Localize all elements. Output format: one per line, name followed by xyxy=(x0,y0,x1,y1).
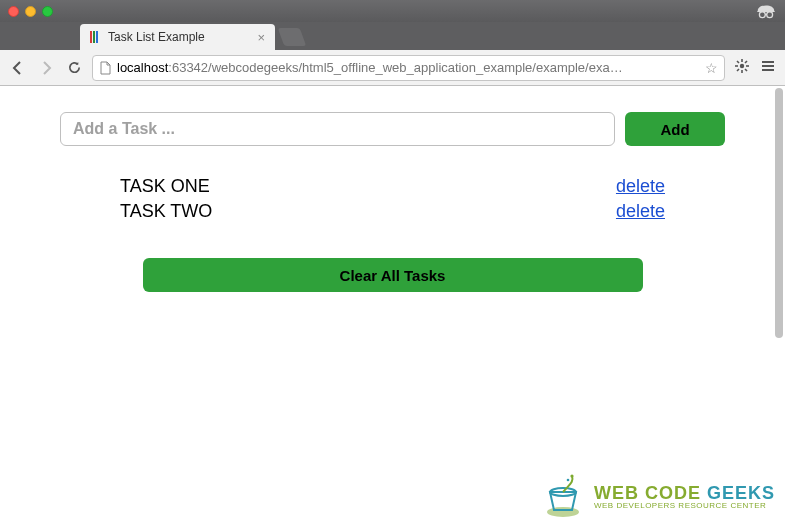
svg-rect-15 xyxy=(762,65,774,67)
page-icon xyxy=(99,61,111,75)
delete-link[interactable]: delete xyxy=(616,201,665,222)
maximize-window-button[interactable] xyxy=(42,6,53,17)
watermark-text: WEB CODE GEEKS WEB DEVELOPERS RESOURCE C… xyxy=(594,484,775,510)
svg-line-10 xyxy=(737,61,739,63)
svg-rect-3 xyxy=(93,31,95,43)
window-controls xyxy=(8,6,53,17)
svg-line-11 xyxy=(745,69,747,71)
url-host: localhost xyxy=(117,60,168,75)
svg-point-0 xyxy=(759,12,765,18)
watermark-tagline: WEB DEVELOPERS RESOURCE CENTER xyxy=(594,502,775,510)
bookmark-star-icon[interactable]: ☆ xyxy=(705,60,718,76)
app-content: Add TASK ONE delete TASK TWO delete Clea… xyxy=(0,86,785,292)
task-name: TASK TWO xyxy=(120,201,212,222)
add-task-row: Add xyxy=(60,112,725,146)
tab-strip: Task List Example × xyxy=(0,22,785,50)
add-button[interactable]: Add xyxy=(625,112,725,146)
task-input[interactable] xyxy=(60,112,615,146)
browser-toolbar: localhost:63342/webcodegeeks/html5_offli… xyxy=(0,50,785,86)
task-row: TASK ONE delete xyxy=(120,174,665,199)
clear-all-button[interactable]: Clear All Tasks xyxy=(143,258,643,292)
clear-row: Clear All Tasks xyxy=(60,258,725,292)
watermark-icon xyxy=(540,474,586,520)
task-name: TASK ONE xyxy=(120,176,210,197)
svg-line-12 xyxy=(737,69,739,71)
delete-link[interactable]: delete xyxy=(616,176,665,197)
svg-rect-14 xyxy=(762,61,774,63)
forward-button[interactable] xyxy=(36,58,56,78)
browser-tab[interactable]: Task List Example × xyxy=(80,24,275,50)
svg-rect-4 xyxy=(96,31,98,43)
watermark-brand-a: WEB CODE xyxy=(594,483,707,503)
settings-gear-icon[interactable] xyxy=(733,58,751,78)
task-list: TASK ONE delete TASK TWO delete xyxy=(120,174,665,224)
new-tab-button[interactable] xyxy=(278,28,307,46)
close-window-button[interactable] xyxy=(8,6,19,17)
reload-button[interactable] xyxy=(64,58,84,78)
page-viewport: Add TASK ONE delete TASK TWO delete Clea… xyxy=(0,86,785,526)
address-bar[interactable]: localhost:63342/webcodegeeks/html5_offli… xyxy=(92,55,725,81)
watermark-logo: WEB CODE GEEKS WEB DEVELOPERS RESOURCE C… xyxy=(540,474,775,520)
scrollbar-thumb[interactable] xyxy=(775,88,783,338)
svg-rect-16 xyxy=(762,69,774,71)
tab-favicon xyxy=(88,30,102,44)
menu-icon[interactable] xyxy=(759,59,777,77)
task-row: TASK TWO delete xyxy=(120,199,665,224)
url-text: localhost:63342/webcodegeeks/html5_offli… xyxy=(117,60,699,75)
svg-point-17 xyxy=(547,507,579,517)
tab-title: Task List Example xyxy=(108,30,205,44)
svg-rect-2 xyxy=(90,31,92,43)
minimize-window-button[interactable] xyxy=(25,6,36,17)
svg-point-5 xyxy=(740,63,744,67)
svg-line-13 xyxy=(745,61,747,63)
svg-point-1 xyxy=(767,12,773,18)
incognito-icon xyxy=(755,3,777,19)
back-button[interactable] xyxy=(8,58,28,78)
window-titlebar xyxy=(0,0,785,22)
close-tab-button[interactable]: × xyxy=(255,30,267,45)
svg-point-19 xyxy=(570,474,573,477)
watermark-brand-b: GEEKS xyxy=(707,483,775,503)
svg-point-20 xyxy=(567,479,570,482)
url-path: :63342/webcodegeeks/html5_offline_web_ap… xyxy=(168,60,622,75)
